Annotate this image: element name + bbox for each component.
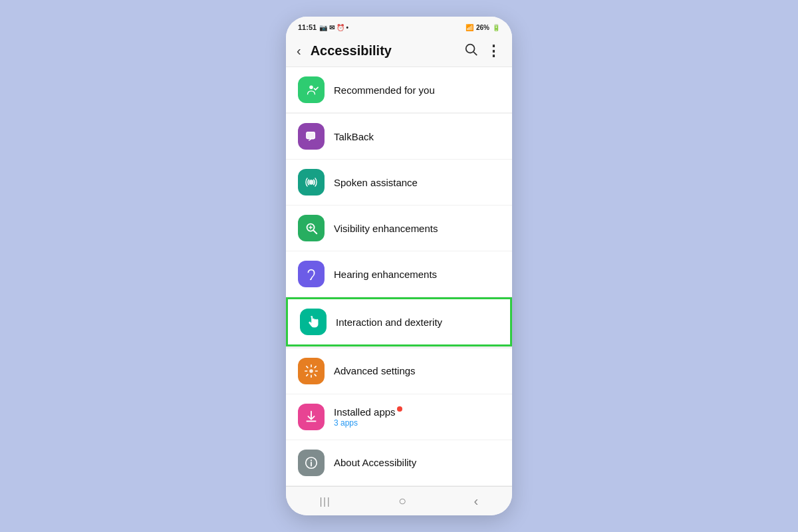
nav-recents[interactable]: ||| — [320, 496, 331, 507]
bottom-nav: ||| ○ ‹ — [286, 486, 512, 515]
app-header: ‹ Accessibility ⋮ — [286, 35, 512, 67]
nav-home[interactable]: ○ — [398, 493, 406, 509]
menu-content: Recommended for you TalkBack — [286, 67, 512, 486]
about-icon — [298, 450, 325, 476]
battery-level: 26% — [476, 24, 489, 31]
installed-sublabel: 3 apps — [334, 418, 402, 428]
recommended-text: Recommended for you — [334, 84, 435, 96]
nav-back[interactable]: ‹ — [474, 493, 479, 509]
svg-point-5 — [309, 180, 313, 185]
recommended-icon — [298, 76, 325, 103]
search-button[interactable] — [464, 42, 478, 60]
status-time: 11:51 — [298, 23, 317, 31]
visibility-icon — [298, 215, 325, 241]
about-label: About Accessibility — [334, 457, 416, 468]
status-left: 11:51 📷 ✉ ⏰ • — [298, 23, 348, 31]
menu-item-about[interactable]: About Accessibility — [286, 440, 512, 485]
hearing-icon — [298, 261, 325, 287]
advanced-icon — [298, 358, 325, 384]
svg-point-10 — [310, 279, 311, 280]
menu-item-installed[interactable]: Installed apps 3 apps — [286, 394, 512, 440]
svg-point-2 — [309, 86, 313, 90]
installed-text: Installed apps 3 apps — [334, 406, 402, 428]
status-icons: 📷 ✉ ⏰ • — [319, 24, 348, 31]
menu-item-advanced[interactable]: Advanced settings — [286, 348, 512, 394]
svg-point-14 — [311, 460, 312, 461]
battery-icon: 🔋 — [492, 24, 500, 31]
header-actions: ⋮ — [464, 42, 501, 60]
interaction-icon — [300, 309, 327, 335]
section-main: TalkBack Spoken assistance — [286, 114, 512, 346]
talkback-icon — [298, 123, 325, 150]
visibility-label: Visibility enhancements — [334, 223, 438, 234]
menu-item-visibility[interactable]: Visibility enhancements — [286, 205, 512, 251]
svg-line-1 — [473, 52, 477, 55]
menu-item-talkback[interactable]: TalkBack — [286, 114, 512, 160]
menu-item-hearing[interactable]: Hearing enhancements — [286, 251, 512, 297]
section-recommended: Recommended for you — [286, 67, 512, 112]
advanced-label: Advanced settings — [334, 365, 416, 376]
phone-frame: 11:51 📷 ✉ ⏰ • 📶 26% 🔋 ‹ Accessibility ⋮ — [286, 17, 512, 515]
interaction-label: Interaction and dexterity — [336, 317, 442, 328]
installed-icon — [298, 404, 325, 430]
menu-item-recommended[interactable]: Recommended for you — [286, 67, 512, 112]
svg-point-0 — [466, 45, 475, 53]
svg-point-11 — [309, 369, 313, 373]
back-button[interactable]: ‹ — [293, 42, 305, 60]
menu-item-interaction[interactable]: Interaction and dexterity — [286, 297, 512, 346]
menu-item-spoken[interactable]: Spoken assistance — [286, 160, 512, 205]
spoken-label: Spoken assistance — [334, 177, 418, 188]
svg-line-7 — [314, 231, 317, 234]
svg-rect-3 — [307, 132, 315, 139]
talkback-label: TalkBack — [334, 131, 374, 142]
recommended-label: Recommended for you — [334, 84, 435, 96]
more-button[interactable]: ⋮ — [486, 43, 501, 60]
section-advanced: Advanced settings Installed apps 3 apps — [286, 348, 512, 485]
installed-badge — [397, 406, 402, 412]
spoken-icon — [298, 169, 325, 196]
installed-label: Installed apps — [334, 406, 402, 418]
wifi-icon: 📶 — [466, 24, 473, 31]
page-title: Accessibility — [311, 43, 458, 59]
status-right: 📶 26% 🔋 — [466, 24, 500, 31]
hearing-label: Hearing enhancements — [334, 269, 437, 280]
status-bar: 11:51 📷 ✉ ⏰ • 📶 26% 🔋 — [286, 17, 512, 35]
